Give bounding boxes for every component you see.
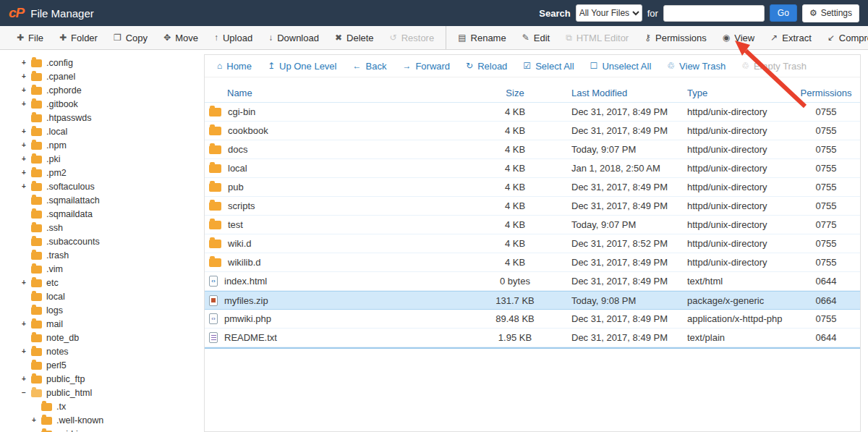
tree-item[interactable]: + .config <box>0 56 195 69</box>
file-nav-item[interactable]: ☐ Unselect All <box>582 61 660 72</box>
table-row[interactable]: scripts 4 KB Dec 31, 2017, 8:49 PM httpd… <box>205 197 860 216</box>
file-nav-item[interactable]: ⌂ Home <box>209 61 260 72</box>
toolbar-item[interactable]: ✚ File <box>9 26 51 49</box>
tree-expander-icon[interactable]: + <box>22 169 31 177</box>
toolbar-item-label: Permissions <box>655 33 707 43</box>
file-nav-item[interactable]: ☑ Select All <box>515 61 582 72</box>
tree-item[interactable]: .tx <box>0 399 195 413</box>
tree-item-label: .vim <box>46 264 63 274</box>
file-nav-item[interactable]: ← Back <box>345 61 395 72</box>
table-row[interactable]: wiki.d 4 KB Dec 31, 2017, 8:52 PM httpd/… <box>205 234 860 253</box>
tree-item-label: .local <box>46 127 67 137</box>
table-row[interactable]: test 4 KB Today, 9:07 PM httpd/unix-dire… <box>205 216 860 234</box>
file-nav-item[interactable]: ♲ View Trash <box>659 61 733 72</box>
tree-expander-icon[interactable]: + <box>22 127 31 135</box>
tree-item[interactable]: + .pm2 <box>0 166 195 179</box>
tree-item[interactable]: + .cphorde <box>0 83 195 97</box>
toolbar-item[interactable]: ⚷ Permissions <box>637 26 715 49</box>
tree-item[interactable]: .subaccounts <box>0 234 195 248</box>
toolbar-item[interactable]: ↓ Download <box>260 26 327 49</box>
toolbar-item[interactable]: ✥ Move <box>156 26 206 49</box>
column-header-last-modified[interactable]: Last Modified <box>571 88 687 98</box>
tree-expander-icon[interactable]: + <box>22 182 31 190</box>
tree-item[interactable]: .ssh <box>0 221 195 234</box>
column-header-permissions[interactable]: Permissions <box>792 88 860 98</box>
search-input[interactable] <box>663 5 765 22</box>
table-row[interactable]: docs 4 KB Today, 9:07 PM httpd/unix-dire… <box>205 140 860 159</box>
tree-expander-icon[interactable]: + <box>22 347 31 355</box>
cell-last-modified: Today, 9:07 PM <box>571 219 687 230</box>
tree-item[interactable]: + .pki <box>0 152 195 166</box>
toolbar-item[interactable]: ⧉ HTML Editor <box>558 26 637 49</box>
toolbar-item[interactable]: ✎ Edit <box>514 26 558 49</box>
tree-item[interactable]: + mail <box>0 317 195 331</box>
tree-expander-icon[interactable]: + <box>32 416 41 424</box>
file-nav-item[interactable]: ↻ Reload <box>458 61 515 72</box>
settings-button[interactable]: ⚙ Settings <box>802 4 859 22</box>
go-button[interactable]: Go <box>770 4 797 22</box>
tree-expander-icon[interactable]: + <box>22 86 31 94</box>
tree-item[interactable]: cgi-bin <box>0 427 195 432</box>
toolbar-item[interactable]: ↗ Extract <box>762 26 820 49</box>
tree-expander-icon[interactable]: + <box>22 320 31 328</box>
toolbar-item[interactable]: ✚ Folder <box>51 26 106 49</box>
tree-item[interactable]: note_db <box>0 331 195 344</box>
file-nav-item[interactable]: → Forward <box>394 61 458 72</box>
tree-expander-icon[interactable]: + <box>22 72 31 80</box>
delete-icon: ✖ <box>335 33 342 43</box>
tree-item[interactable]: + .softaculous <box>0 179 195 193</box>
tree-item[interactable]: + .local <box>0 124 195 138</box>
tree-item[interactable]: local <box>0 289 195 303</box>
column-header-size[interactable]: Size <box>459 88 571 98</box>
tree-item[interactable]: + etc <box>0 276 195 289</box>
tree-item-label: .pm2 <box>46 168 67 178</box>
file-name: local <box>228 163 247 174</box>
tree-item[interactable]: + public_ftp <box>0 372 195 386</box>
download-icon: ↓ <box>268 33 273 43</box>
toolbar-item[interactable]: ▤ Rename <box>446 26 514 49</box>
table-row[interactable]: wikilib.d 4 KB Dec 31, 2017, 8:49 PM htt… <box>205 253 860 272</box>
tree-expander-icon[interactable]: + <box>22 279 31 287</box>
tree-expander-icon[interactable]: + <box>22 59 31 67</box>
table-row[interactable]: cookbook 4 KB Dec 31, 2017, 8:49 PM http… <box>205 122 860 140</box>
tree-expander-icon[interactable]: + <box>22 141 31 149</box>
column-header-name[interactable]: Name <box>205 88 459 98</box>
column-header-type[interactable]: Type <box>687 88 792 98</box>
tree-item[interactable]: + .well-known <box>0 413 195 427</box>
table-row[interactable]: pmwiki.php 89.48 KB Dec 31, 2017, 8:49 P… <box>205 310 860 329</box>
table-row[interactable]: cgi-bin 4 KB Dec 31, 2017, 8:49 PM httpd… <box>205 103 860 122</box>
tree-expander-icon[interactable]: − <box>22 389 31 397</box>
tree-item[interactable]: + .gitbook <box>0 97 195 111</box>
tree-item[interactable]: .sqmailattach <box>0 193 195 207</box>
table-row[interactable]: pub 4 KB Dec 31, 2017, 8:49 PM httpd/uni… <box>205 178 860 197</box>
file-nav-item[interactable]: ♲ Empty Trash <box>733 61 814 72</box>
table-row[interactable]: index.html 0 bytes Dec 31, 2017, 8:49 PM… <box>205 272 860 291</box>
tree-expander-icon[interactable]: + <box>22 155 31 163</box>
cell-size: 4 KB <box>459 182 571 192</box>
tree-item[interactable]: + notes <box>0 344 195 358</box>
toolbar-item[interactable]: ◉ View <box>715 26 762 49</box>
cell-name: pmwiki.php <box>205 313 459 324</box>
table-row[interactable]: README.txt 1.95 KB Dec 31, 2017, 8:49 PM… <box>205 329 860 347</box>
tree-item[interactable]: perl5 <box>0 358 195 372</box>
toolbar-item[interactable]: ↑ Upload <box>206 26 260 49</box>
tree-expander-icon[interactable]: + <box>22 375 31 383</box>
table-row[interactable]: myfiles.zip 131.7 KB Today, 9:08 PM pack… <box>205 291 860 310</box>
tree-expander-icon[interactable]: + <box>22 100 31 108</box>
toolbar-item[interactable]: ↙ Compress <box>820 26 868 49</box>
search-scope-select[interactable]: All Your Files <box>576 4 642 22</box>
toolbar-item[interactable]: ✖ Delete <box>327 26 382 49</box>
tree-item[interactable]: .sqmaildata <box>0 207 195 221</box>
tree-item[interactable]: logs <box>0 303 195 317</box>
cell-size: 131.7 KB <box>459 295 571 306</box>
toolbar-item[interactable]: ❐ Copy <box>106 26 156 49</box>
tree-item[interactable]: .trash <box>0 248 195 262</box>
toolbar-item[interactable]: ↺ Restore <box>382 26 443 49</box>
tree-item[interactable]: .vim <box>0 262 195 276</box>
tree-item[interactable]: + .npm <box>0 138 195 152</box>
tree-item[interactable]: + .cpanel <box>0 69 195 83</box>
table-row[interactable]: local 4 KB Jan 1, 2018, 2:50 AM httpd/un… <box>205 159 860 178</box>
tree-item[interactable]: .htpasswds <box>0 111 195 124</box>
tree-item[interactable]: − public_html <box>0 386 195 399</box>
file-nav-item[interactable]: ↥ Up One Level <box>260 61 345 72</box>
